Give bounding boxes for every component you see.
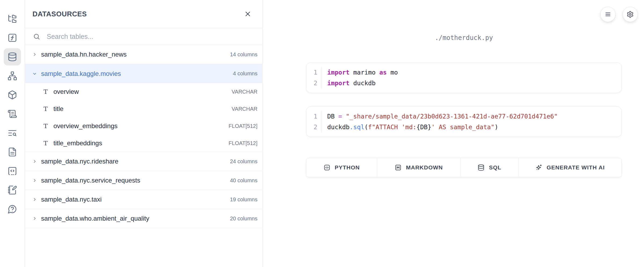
sidebar-item-help[interactable] [4, 201, 21, 218]
code-line: 2 duckdb.sql(f"ATTACH 'md:{DB}' AS sampl… [306, 122, 621, 132]
line-number: 2 [306, 78, 322, 88]
table-name: sample_data.hn.hacker_news [41, 51, 226, 58]
table-name: sample_data.who.ambient_air_quality [41, 215, 226, 222]
code-token: } [428, 124, 431, 131]
sidebar-item-variables[interactable] [4, 29, 21, 46]
chat-question-icon [8, 204, 17, 214]
hamburger-menu-icon [604, 11, 612, 18]
table-columns-count: 40 columns [230, 177, 257, 184]
add-sql-cell-button[interactable]: SQL [461, 158, 519, 177]
code-token: duckdb [327, 124, 350, 131]
chevron-right-icon [32, 216, 37, 221]
code-token: .sql [350, 124, 364, 131]
folder-tree-icon [8, 14, 17, 24]
column-row[interactable]: T title_embeddings FLOAT[512] [25, 135, 262, 152]
code-token: marimo [350, 69, 379, 76]
sidebar-item-outline[interactable] [4, 124, 21, 142]
table-row[interactable]: sample_data.nyc.taxi 19 columns [25, 190, 262, 209]
code-line: 1 import marimo as mo [306, 67, 621, 78]
search-tables-input[interactable] [47, 33, 257, 40]
table-name: sample_data.nyc.service_requests [41, 177, 226, 184]
code-token: DB [420, 124, 428, 131]
code-square-icon [323, 164, 330, 171]
table-name: sample_data.nyc.taxi [41, 196, 226, 203]
code-text: import duckdb [322, 78, 376, 88]
sidebar-item-datasources[interactable] [4, 48, 21, 65]
activity-bar [0, 0, 25, 267]
table-row-selected[interactable]: sample_data.kaggle.movies 4 columns [25, 64, 262, 83]
notebook-pen-icon [8, 185, 17, 195]
search-icon [33, 33, 40, 40]
table-columns-count: 24 columns [230, 158, 257, 165]
notebook-actions [600, 7, 638, 22]
code-token: as [379, 69, 387, 76]
sidebar-item-dependencies[interactable] [4, 67, 21, 84]
marimo-app: DATASOURCES sample_data.hn.hacker_news 1… [0, 0, 644, 267]
text-type-icon: T [43, 105, 48, 112]
sidebar-item-scratchpad[interactable] [4, 181, 21, 199]
notebook-filename[interactable]: ./motherduck.py [306, 34, 622, 42]
code-text: import marimo as mo [322, 67, 398, 78]
code-line: 1 DB = "_share/sample_data/23b0d623-1361… [306, 111, 621, 122]
datasources-panel: DATASOURCES sample_data.hn.hacker_news 1… [25, 0, 263, 267]
sparkles-icon [535, 164, 542, 171]
generate-with-ai-label: GENERATE WITH AI [547, 164, 605, 171]
markdown-icon [395, 164, 402, 171]
code-token: ' AS sample_data" [431, 124, 494, 131]
column-row[interactable]: T overview VARCHAR [25, 83, 262, 100]
column-name: title [53, 105, 226, 113]
table-columns-count: 19 columns [230, 196, 257, 203]
add-python-cell-button[interactable]: PYTHON [306, 158, 377, 177]
network-icon [8, 71, 17, 81]
sidebar-item-file-explorer[interactable] [4, 10, 21, 27]
table-row[interactable]: sample_data.nyc.service_requests 40 colu… [25, 171, 262, 190]
code-token: "_share/sample_data/23b0d623-1361-421d-a… [346, 113, 558, 120]
line-number: 2 [306, 122, 322, 132]
notebook-area: ./motherduck.py 1 import marimo as mo 2 … [263, 0, 644, 267]
code-token: f"ATTACH 'md: [368, 124, 416, 131]
sidebar-item-snippets[interactable] [4, 162, 21, 180]
column-type: FLOAT[512] [229, 140, 257, 146]
column-name: overview_embeddings [53, 122, 223, 130]
table-row[interactable]: sample_data.nyc.rideshare 24 columns [25, 152, 262, 171]
sidebar-item-documentation[interactable] [4, 143, 21, 161]
chevron-right-icon [32, 178, 37, 183]
column-type: FLOAT[512] [229, 123, 257, 129]
chevron-right-icon [32, 197, 37, 202]
chevron-down-icon [32, 71, 37, 76]
close-panel-button[interactable] [244, 10, 252, 18]
chevron-right-icon [32, 159, 37, 164]
sidebar-item-packages[interactable] [4, 86, 21, 103]
sidebar-item-logs[interactable] [4, 105, 21, 123]
add-markdown-cell-button[interactable]: MARKDOWN [377, 158, 461, 177]
scroll-text-icon [8, 109, 17, 119]
code-token: mo [387, 69, 398, 76]
database-icon [478, 164, 485, 171]
generate-with-ai-button[interactable]: GENERATE WITH AI [519, 158, 621, 177]
add-markdown-label: MARKDOWN [406, 164, 443, 171]
database-icon [8, 52, 17, 62]
code-token: ) [494, 124, 498, 131]
function-square-icon [8, 33, 17, 43]
code-cell[interactable]: 1 DB = "_share/sample_data/23b0d623-1361… [306, 106, 622, 137]
panel-title: DATASOURCES [32, 10, 87, 18]
column-type: VARCHAR [232, 106, 257, 112]
column-row[interactable]: T title VARCHAR [25, 100, 262, 117]
file-text-icon [8, 147, 17, 157]
table-columns-count: 20 columns [230, 216, 257, 222]
notebook-menu-button[interactable] [600, 7, 616, 22]
add-cell-buttons: PYTHON MARKDOWN SQL GENERATE WITH AI [306, 158, 622, 177]
table-row[interactable]: sample_data.hn.hacker_news 14 columns [25, 45, 262, 64]
code-square-dashed-icon [8, 166, 17, 176]
column-name: title_embeddings [53, 139, 223, 147]
line-number: 1 [306, 67, 322, 78]
text-type-icon: T [43, 88, 48, 95]
code-token: { [416, 124, 420, 131]
table-row[interactable]: sample_data.who.ambient_air_quality 20 c… [25, 209, 262, 228]
code-token: import [327, 69, 350, 76]
column-row[interactable]: T overview_embeddings FLOAT[512] [25, 117, 262, 135]
settings-button[interactable] [623, 7, 638, 22]
add-python-label: PYTHON [335, 164, 360, 171]
table-name: sample_data.kaggle.movies [41, 70, 229, 77]
code-cell[interactable]: 1 import marimo as mo 2 import duckdb [306, 62, 622, 93]
